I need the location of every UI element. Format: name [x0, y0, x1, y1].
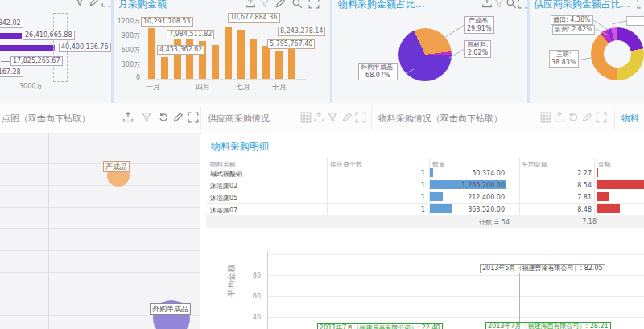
y-tick: 60	[248, 293, 261, 300]
cell-qty: 363,520.00	[468, 206, 505, 213]
header-divider	[200, 106, 201, 130]
edit-icon[interactable]	[89, 0, 100, 7]
amount-bar	[597, 204, 620, 213]
panel-title: 供应商采购金额占比...	[534, 0, 630, 11]
cell-qty: 212,400.00	[468, 194, 505, 201]
bar-value-label: 4,342.02	[0, 19, 23, 28]
pie-callout-label: 外购半成品:	[361, 64, 395, 72]
bar-callout: 10,291,708.53	[141, 17, 193, 27]
filter-icon[interactable]	[74, 0, 85, 7]
footer-avg: 7.18	[582, 218, 597, 225]
cell-avg: 2.27	[577, 170, 592, 177]
filter-icon[interactable]	[493, 0, 505, 9]
pie-callout-pct: 68.07%	[361, 72, 395, 80]
fullscreen-icon[interactable]	[188, 112, 199, 123]
x-axis-tick: 3000万	[19, 82, 42, 91]
header-divider	[614, 106, 615, 130]
table-view-icon[interactable]	[540, 112, 551, 123]
table-view-icon[interactable]	[300, 112, 312, 123]
pie-callout-product: 产成品: 29.91%	[464, 16, 494, 34]
monthly-bar[interactable]	[212, 45, 219, 79]
donut-callout: 泉州: 2.62%	[552, 25, 595, 35]
filter-icon[interactable]	[141, 112, 152, 123]
amount-bar	[597, 180, 644, 189]
cell-name: 碱式碳酸铜	[210, 170, 242, 179]
export-icon[interactable]	[554, 112, 565, 123]
callout-line	[1, 61, 10, 62]
bar[interactable]	[0, 33, 22, 39]
bar[interactable]	[0, 45, 55, 51]
edit-icon[interactable]	[341, 112, 353, 123]
panel-supplier-donut: 供应商采购金额占比... 莆田: 4.38% 泉州: 2.62% 三明: 38.…	[530, 0, 644, 103]
zoom-icon[interactable]	[506, 0, 517, 9]
monthly-bar[interactable]	[237, 30, 245, 79]
y-tick: 1200万	[118, 17, 140, 26]
filter-icon[interactable]	[259, 0, 270, 9]
monthly-bar[interactable]	[262, 46, 270, 79]
edit-icon[interactable]	[275, 0, 286, 9]
x-tick: 七月	[236, 82, 250, 93]
undo-icon[interactable]	[158, 112, 169, 123]
monthly-bar[interactable]	[275, 51, 283, 79]
y-tick: 80	[248, 272, 261, 279]
panel-title: 物料采购金额占比...	[338, 0, 424, 11]
y-tick: 900万	[122, 31, 140, 40]
filter-icon[interactable]	[327, 112, 338, 123]
export-icon[interactable]	[122, 112, 134, 123]
bar-callout: 5,795,767.40	[267, 39, 315, 49]
export-icon[interactable]	[481, 0, 493, 9]
undo-icon[interactable]	[568, 112, 579, 123]
fullscreen-icon[interactable]	[308, 0, 320, 9]
table-row[interactable]: 碱式碳酸铜 1 50,374.00 2.27	[201, 167, 644, 179]
bar-callout: 4,453,362.62	[157, 45, 204, 55]
x-tick: 四月	[196, 82, 210, 93]
y-axis-label: 平均金额	[226, 265, 237, 297]
scatter-drilldown-panel[interactable]: 产成品 外购半成品	[0, 133, 200, 329]
edit-icon[interactable]	[581, 112, 592, 123]
y-tick: 600万	[122, 46, 140, 55]
fullscreen-icon[interactable]	[596, 112, 607, 123]
monthly-bar[interactable]	[225, 27, 232, 79]
cell-name: 沐浴露02	[210, 182, 237, 191]
bar-value-label: 17,825,265.67	[10, 56, 63, 66]
zoom-icon[interactable]	[291, 0, 303, 9]
monthly-bar[interactable]	[250, 39, 257, 79]
export-icon[interactable]	[313, 112, 324, 123]
export-icon[interactable]	[245, 0, 256, 9]
trend-annotation: 2013年7月（福建海西有限公司）: 28.21	[485, 322, 611, 329]
cell-avg: 8.54	[577, 182, 592, 189]
table-row[interactable]: 沐浴露07 1 363,520.00 8.48	[201, 203, 644, 215]
x-axis-line	[145, 79, 306, 80]
bi-dashboard: 4,342.02 26,419,665.88 40,400,136.76 17,…	[0, 0, 644, 329]
material-pie-chart[interactable]	[398, 28, 452, 81]
cell-qty: 50,374.00	[472, 170, 505, 177]
table-row[interactable]: 沐浴露02 1 1,265,200.00 8.54	[201, 179, 644, 191]
donut-callout: 莆田: 4.38%	[551, 15, 593, 25]
monthly-bar[interactable]	[148, 28, 155, 79]
trend-annotation: 2013年5月（福建普冷有限公司）: 82.05	[480, 264, 605, 273]
bubble-label-product: 产成品	[103, 161, 130, 172]
panel-purchase-amount: 4,342.02 26,419,665.88 40,400,136.76 17,…	[0, 0, 111, 103]
pie-callout-pct: 29.91%	[467, 25, 492, 33]
x-axis-line	[0, 80, 105, 80]
fullscreen-icon[interactable]	[355, 112, 366, 123]
header-divider	[371, 106, 372, 130]
pie-callout-raw: 原材料: 2.02%	[464, 40, 491, 58]
donut-callout-label: 三明:	[551, 51, 576, 59]
panel-header-strip: 点图（双击向下钻取） 供应商采购情况 物料采购情况（双击向下钻取） 物料	[0, 103, 644, 134]
monthly-bar[interactable]	[161, 57, 168, 79]
monthly-bar[interactable]	[186, 37, 193, 79]
next-panel-title-cut: 物料	[621, 113, 639, 125]
fullscreen-icon[interactable]	[637, 0, 644, 9]
material-detail-panel: 物料采购明细 物料名称 供应商个数 数量 平均金额 金额 碱式碳酸铜 1 50,…	[201, 133, 644, 329]
bar-value-label: 26,419,665.88	[23, 31, 75, 40]
cell-qty: 1,265,200.00	[462, 182, 505, 189]
edit-icon[interactable]	[172, 112, 184, 123]
donut-hole	[604, 40, 631, 68]
avg-amount-trend-chart[interactable]: 平均金额 80 60 40 20 2013年5月（福建普冷有限公司）: 82.0…	[201, 233, 644, 329]
bar-value-label: 40,400,136.76	[59, 43, 111, 52]
donut-callout-pct: 38.83%	[551, 59, 576, 67]
material-panel-title: 物料采购情况（双击向下钻取）	[378, 113, 502, 125]
amount-bar	[597, 168, 598, 177]
table-row[interactable]: 沐浴露05 1 212,400.00 7.81	[201, 191, 644, 203]
